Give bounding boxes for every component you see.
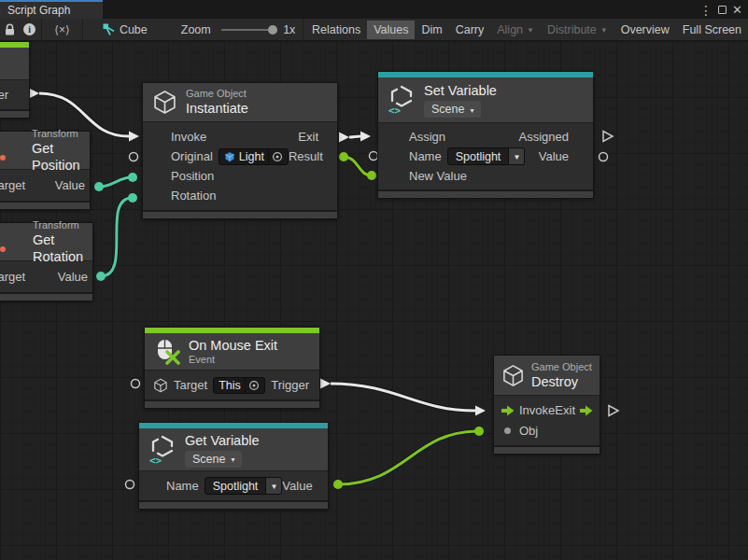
caret-down-icon: ▼ xyxy=(513,153,520,161)
port-assign-in[interactable] xyxy=(360,132,371,142)
distribute-button[interactable]: Distribute ▼ xyxy=(541,21,614,39)
info-icon: i xyxy=(23,23,35,35)
variable-kind-dropdown[interactable]: Scene ▾ xyxy=(424,101,481,118)
port-original-in[interactable] xyxy=(130,153,138,161)
code-view-button[interactable]: ⟨×⟩ xyxy=(44,19,80,41)
maximize-icon[interactable] xyxy=(718,2,727,19)
node-get-rotation[interactable]: Transform Get Rotation Target Value xyxy=(0,222,93,301)
wire-trigger-to-destroy-invoke[interactable] xyxy=(320,379,486,416)
dim-button[interactable]: Dim xyxy=(415,21,448,39)
relations-button[interactable]: Relations xyxy=(305,21,367,39)
script-graph-icon xyxy=(103,23,116,36)
original-label: Original xyxy=(171,149,213,163)
values-button[interactable]: Values xyxy=(367,21,415,39)
lock-icon xyxy=(4,23,16,36)
carry-button[interactable]: Carry xyxy=(449,21,491,39)
align-button[interactable]: Align ▼ xyxy=(490,21,541,39)
exit-label: Exit xyxy=(298,130,318,144)
lock-button[interactable] xyxy=(0,19,20,41)
port-value-out[interactable] xyxy=(96,272,106,281)
variable-name-dropdown[interactable]: Spotlight ▼ xyxy=(447,147,526,165)
wire-result-to-new-value[interactable] xyxy=(339,152,376,180)
caret-down-icon: ▾ xyxy=(470,106,473,115)
svg-text:<>: <> xyxy=(388,105,402,115)
object-picker-button[interactable] xyxy=(245,378,262,393)
full-screen-button[interactable]: Full Screen xyxy=(676,21,748,39)
overview-button[interactable]: Overview xyxy=(614,21,676,39)
flow-arrow-icon[interactable] xyxy=(501,405,515,416)
transform-icon xyxy=(0,155,6,161)
port-obj-in[interactable] xyxy=(474,427,484,436)
port-destroy-exit-out[interactable] xyxy=(609,406,618,416)
tab-script-graph[interactable]: Script Graph xyxy=(0,0,103,19)
window-controls: ⋮ ✕ xyxy=(699,2,748,19)
port-invoke-in[interactable] xyxy=(129,132,139,142)
new-value-label: New Value xyxy=(409,169,467,183)
node-title: Destroy xyxy=(531,373,592,390)
port-target-in[interactable] xyxy=(132,380,140,388)
node-category: Transform xyxy=(32,128,78,140)
tab-title: Script Graph xyxy=(7,4,70,17)
code-icon: ⟨×⟩ xyxy=(54,23,69,36)
port-assigned-out[interactable] xyxy=(603,132,613,142)
flow-arrow-icon[interactable] xyxy=(580,405,593,416)
node-edge-event[interactable]: Trigger xyxy=(0,41,30,119)
object-field-light[interactable]: Light xyxy=(219,148,289,165)
invoke-label: Invoke xyxy=(171,130,206,144)
node-instantiate[interactable]: Game Object Instantiate Invoke Exit Orig… xyxy=(142,82,338,219)
wire-getrotation-to-rotation[interactable] xyxy=(96,193,137,281)
game-object-cube-icon xyxy=(153,378,168,393)
zoom-label: Zoom xyxy=(175,21,218,39)
node-title: On Mouse Exit xyxy=(189,337,277,354)
target-label: Target xyxy=(0,178,25,192)
invoke-label: Invoke xyxy=(519,403,555,417)
menu-icon[interactable]: ⋮ xyxy=(699,2,713,19)
node-get-position[interactable]: Transform Get Position Target Value xyxy=(0,131,91,210)
value-label: Value xyxy=(282,479,312,493)
object-field-this[interactable]: This xyxy=(213,377,265,394)
node-destroy[interactable]: Game Object Destroy Invoke Exit xyxy=(493,355,600,455)
port-result-out[interactable] xyxy=(339,152,348,161)
variable-name-dropdown[interactable]: Spotlight ▼ xyxy=(205,477,283,495)
variable-kind-dropdown[interactable]: Scene ▾ xyxy=(185,451,242,468)
port-value-out[interactable] xyxy=(333,480,343,489)
wire-getposition-to-position[interactable] xyxy=(94,173,137,191)
value-port-icon[interactable] xyxy=(504,427,511,434)
zoom-slider-handle[interactable] xyxy=(268,25,277,35)
port-rotation-in[interactable] xyxy=(128,193,137,203)
graph-target-button[interactable]: Cube xyxy=(96,21,154,39)
node-title: Get Rotation xyxy=(33,231,83,265)
port-exit-out[interactable] xyxy=(339,133,349,143)
unity-variable-icon: <> xyxy=(148,435,176,465)
wire-exit-to-assign[interactable] xyxy=(339,132,371,143)
node-title: Get Position xyxy=(32,140,80,174)
game-object-cube-icon xyxy=(501,364,525,387)
port-new-value-in[interactable] xyxy=(367,171,376,180)
graph-canvas[interactable]: Trigger Transform Get Position Target Va… xyxy=(0,41,748,560)
transform-icon xyxy=(0,246,6,252)
zoom-slider[interactable] xyxy=(221,19,277,41)
node-set-variable[interactable]: <> Set Variable Scene ▾ Assign Assigned xyxy=(377,71,594,199)
port-position-in[interactable] xyxy=(128,173,137,182)
object-picker-button[interactable] xyxy=(268,149,286,164)
close-icon[interactable]: ✕ xyxy=(732,2,742,19)
port-trigger-out[interactable] xyxy=(320,379,331,389)
inspector-button[interactable]: i xyxy=(20,19,39,41)
port-trigger-out[interactable] xyxy=(29,89,39,99)
node-subtitle: Event xyxy=(189,354,277,366)
node-get-variable[interactable]: <> Get Variable Scene ▾ Name Spotlight xyxy=(138,422,329,510)
toolbar-separator xyxy=(82,19,83,41)
unity-script-graph-window: Script Graph ⋮ ✕ i ⟨×⟩ Cube xyxy=(0,0,748,560)
node-on-mouse-exit[interactable]: On Mouse Exit Event Target This xyxy=(144,327,320,409)
caret-down-icon: ▾ xyxy=(231,455,234,464)
port-destroy-invoke-in[interactable] xyxy=(475,406,486,416)
port-value-out[interactable] xyxy=(600,153,608,161)
caret-down-icon: ▼ xyxy=(270,483,277,491)
port-value-out[interactable] xyxy=(94,182,104,191)
wire-getvariable-to-obj[interactable] xyxy=(333,427,484,489)
node-category: Game Object xyxy=(531,361,592,373)
toolbar-separator xyxy=(41,19,42,41)
result-label: Result xyxy=(289,149,323,163)
port-name-in[interactable] xyxy=(126,481,134,489)
node-category: Game Object xyxy=(186,88,248,100)
